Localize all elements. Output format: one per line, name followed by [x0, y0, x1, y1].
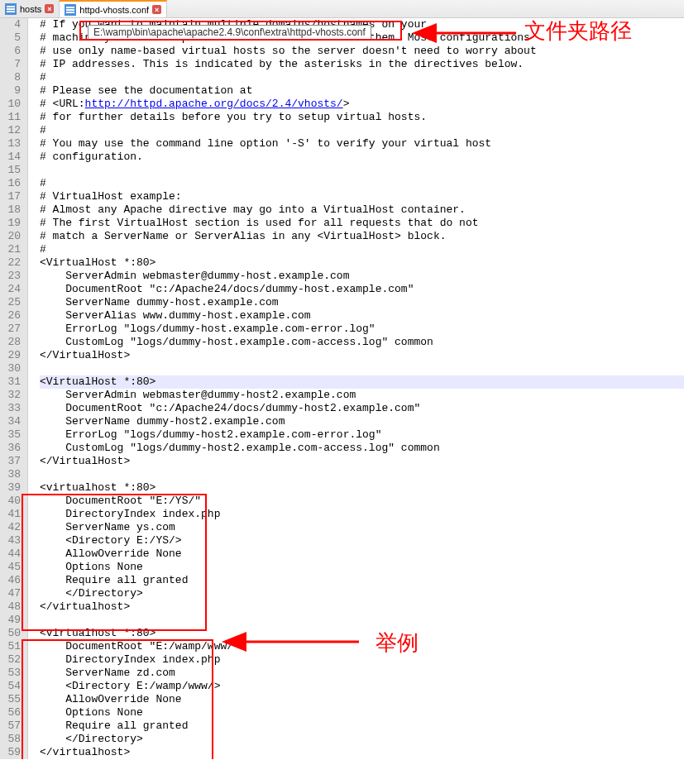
close-icon[interactable]: × — [152, 5, 161, 14]
line-number: 18 — [3, 203, 21, 217]
url-link[interactable]: http://httpd.apache.org/docs/2.4/vhosts/ — [85, 98, 343, 110]
line-number: 48 — [3, 600, 21, 614]
code-line[interactable]: <VirtualHost *:80> — [40, 256, 684, 270]
code-line[interactable]: </virtualhost> — [40, 600, 684, 614]
code-line[interactable]: CustomLog "logs/dummy-host2.example.com-… — [40, 442, 684, 455]
line-number: 22 — [3, 256, 21, 270]
line-number: 21 — [3, 243, 21, 256]
line-number: 5 — [3, 31, 21, 45]
line-number: 46 — [3, 574, 21, 587]
code-line[interactable] — [40, 164, 684, 177]
code-line[interactable]: AllowOverride None — [40, 547, 684, 561]
line-number: 40 — [3, 495, 21, 508]
line-number: 6 — [3, 45, 21, 58]
code-line[interactable]: CustomLog "logs/dummy-host.example.com-a… — [40, 336, 684, 349]
code-line[interactable]: Require all granted — [40, 719, 684, 733]
line-number: 28 — [3, 336, 21, 349]
line-number: 32 — [3, 389, 21, 402]
code-line[interactable]: # VirtualHost example: — [40, 190, 684, 203]
code-line[interactable]: </Directory> — [40, 733, 684, 746]
code-line[interactable]: ServerName zd.com — [40, 667, 684, 680]
code-line[interactable]: # — [40, 177, 684, 190]
code-line[interactable]: Options None — [40, 561, 684, 574]
line-number: 27 — [3, 323, 21, 336]
code-line[interactable]: DocumentRoot "E:/YS/" — [40, 495, 684, 508]
code-line[interactable] — [40, 614, 684, 627]
tab-label: httpd-vhosts.conf — [79, 5, 149, 15]
code-line[interactable]: ErrorLog "logs/dummy-host2.example.com-e… — [40, 428, 684, 442]
code-line[interactable]: DirectoryIndex index.php — [40, 653, 684, 667]
line-number: 53 — [3, 667, 21, 680]
code-line[interactable]: # — [40, 71, 684, 84]
code-line[interactable]: # — [40, 124, 684, 137]
line-number: 45 — [3, 561, 21, 574]
code-line[interactable]: # match a ServerName or ServerAlias in a… — [40, 230, 684, 243]
code-line[interactable]: DirectoryIndex index.php — [40, 508, 684, 521]
code-line[interactable]: DocumentRoot "c:/Apache24/docs/dummy-hos… — [40, 402, 684, 415]
code-line[interactable]: # IP addresses. This is indicated by the… — [40, 58, 684, 71]
editor[interactable]: 4567891011121314151617181920212223242526… — [0, 18, 684, 759]
code-line[interactable]: # — [40, 243, 684, 256]
line-number: 51 — [3, 640, 21, 653]
line-number: 16 — [3, 177, 21, 190]
line-number: 33 — [3, 402, 21, 415]
code-line[interactable]: ServerAdmin webmaster@dummy-host2.exampl… — [40, 389, 684, 402]
code-line[interactable]: <virtualhost *:80> — [40, 481, 684, 495]
close-icon[interactable]: × — [45, 4, 54, 13]
code-line[interactable]: DocumentRoot "c:/Apache24/docs/dummy-hos… — [40, 283, 684, 296]
line-number: 19 — [3, 217, 21, 230]
line-number: 52 — [3, 653, 21, 667]
code-line[interactable]: # use only name-based virtual hosts so t… — [40, 45, 684, 58]
code-line[interactable]: ErrorLog "logs/dummy-host.example.com-er… — [40, 323, 684, 336]
line-number: 42 — [3, 521, 21, 534]
line-number: 35 — [3, 428, 21, 442]
code-line[interactable]: <virtualhost *:80> — [40, 627, 684, 640]
file-icon — [65, 4, 76, 16]
code-line[interactable]: # The first VirtualHost section is used … — [40, 217, 684, 230]
tab-vhosts[interactable]: httpd-vhosts.conf × — [60, 0, 167, 17]
line-number: 34 — [3, 415, 21, 428]
line-number: 13 — [3, 137, 21, 151]
line-number: 31 — [3, 375, 21, 389]
code-line[interactable]: # Almost any Apache directive may go int… — [40, 203, 684, 217]
code-line[interactable] — [40, 362, 684, 375]
line-number: 41 — [3, 508, 21, 521]
code-line[interactable]: </VirtualHost> — [40, 455, 684, 468]
code-area[interactable]: # If you want to maintain multiple domai… — [28, 18, 684, 759]
line-number: 30 — [3, 362, 21, 375]
line-number: 37 — [3, 455, 21, 468]
code-line[interactable]: Require all granted — [40, 574, 684, 587]
code-line[interactable]: Options None — [40, 706, 684, 719]
tab-hosts[interactable]: hosts × — [0, 0, 60, 17]
line-number: 59 — [3, 746, 21, 759]
code-line[interactable]: # configuration. — [40, 151, 684, 164]
code-line[interactable]: ServerAdmin webmaster@dummy-host.example… — [40, 270, 684, 283]
code-line[interactable]: ServerAlias www.dummy-host.example.com — [40, 309, 684, 323]
code-line[interactable]: DocumentRoot "E:/wamp/www/" — [40, 640, 684, 653]
code-line[interactable]: </VirtualHost> — [40, 349, 684, 362]
code-line[interactable]: <Directory E:/YS/> — [40, 534, 684, 547]
code-line[interactable]: ServerName dummy-host2.example.com — [40, 415, 684, 428]
line-number: 20 — [3, 230, 21, 243]
line-number: 4 — [3, 18, 21, 31]
line-number: 44 — [3, 547, 21, 561]
code-line[interactable]: <Directory E:/wamp/www/> — [40, 680, 684, 693]
code-line[interactable]: ServerName ys.com — [40, 521, 684, 534]
code-line[interactable]: </Directory> — [40, 587, 684, 600]
line-number: 38 — [3, 468, 21, 481]
line-number: 57 — [3, 719, 21, 733]
line-number: 55 — [3, 693, 21, 706]
code-line[interactable] — [40, 468, 684, 481]
code-line[interactable]: ServerName dummy-host.example.com — [40, 296, 684, 309]
code-line[interactable]: # <URL:http://httpd.apache.org/docs/2.4/… — [40, 98, 684, 111]
line-number: 7 — [3, 58, 21, 71]
code-line[interactable]: AllowOverride None — [40, 693, 684, 706]
code-line[interactable]: # for further details before you try to … — [40, 111, 684, 124]
line-number: 29 — [3, 349, 21, 362]
line-number: 36 — [3, 442, 21, 455]
line-number-gutter: 4567891011121314151617181920212223242526… — [0, 18, 28, 759]
code-line[interactable]: # Please see the documentation at — [40, 84, 684, 98]
code-line[interactable]: # You may use the command line option '-… — [40, 137, 684, 151]
code-line[interactable]: <VirtualHost *:80> — [40, 375, 684, 389]
code-line[interactable]: </virtualhost> — [40, 746, 684, 759]
